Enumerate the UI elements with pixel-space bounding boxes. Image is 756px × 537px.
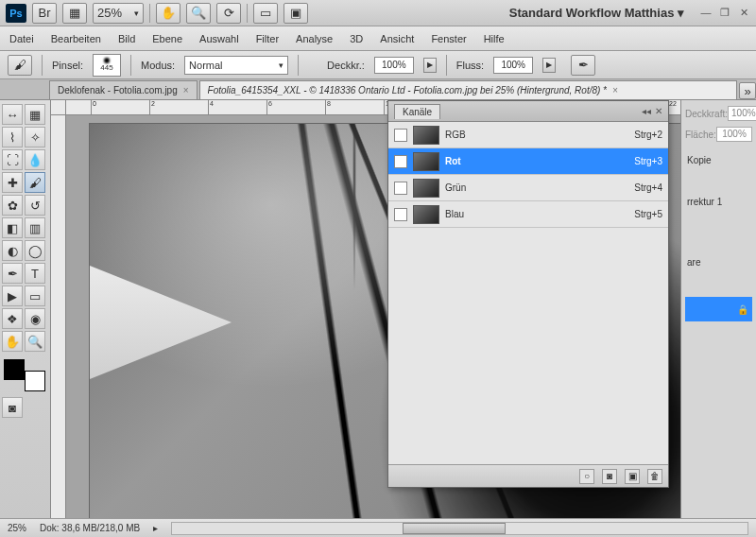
status-menu-chevron[interactable]: ▸ bbox=[153, 523, 158, 533]
layer-item-selected[interactable]: 🔒 bbox=[685, 297, 752, 321]
doc-tab-1[interactable]: Deklofenak - Fotolia.com.jpg × bbox=[49, 80, 198, 99]
menu-3d[interactable]: 3D bbox=[350, 33, 363, 44]
layer-item[interactable]: Kopie bbox=[685, 147, 752, 172]
lasso-tool[interactable]: ⌇ bbox=[2, 127, 23, 147]
tool-options-bar: 🖌 Pinsel: 445 Modus: Normal▾ Deckkr.: 10… bbox=[0, 51, 756, 79]
crop-tool[interactable]: ⛶ bbox=[2, 149, 23, 170]
3d-tool[interactable]: ❖ bbox=[2, 308, 23, 329]
type-tool[interactable]: T bbox=[25, 263, 45, 284]
layer-item[interactable]: rrektur 1 bbox=[685, 189, 752, 214]
rotate-view-button[interactable]: ⟳ bbox=[216, 3, 241, 24]
close-button[interactable]: ✕ bbox=[737, 7, 750, 19]
channel-row-rot[interactable]: 👁 Rot Strg+3 bbox=[388, 148, 668, 175]
wand-tool[interactable]: ✧ bbox=[25, 127, 45, 147]
scrollbar-thumb[interactable] bbox=[403, 523, 507, 534]
opacity-label: Deckkr.: bbox=[327, 60, 365, 71]
new-channel-button[interactable]: ▣ bbox=[625, 469, 640, 484]
screen-mode-button[interactable]: ▣ bbox=[284, 3, 308, 24]
pen-tool[interactable]: ✒ bbox=[2, 263, 23, 284]
status-zoom[interactable]: 25% bbox=[8, 523, 26, 533]
panel-collapse-icon[interactable]: ◂◂ bbox=[642, 106, 651, 116]
visibility-toggle[interactable] bbox=[394, 129, 407, 142]
brush-tool[interactable]: 🖌 bbox=[25, 172, 45, 193]
close-tab-icon[interactable]: × bbox=[612, 85, 618, 95]
close-tab-icon[interactable]: × bbox=[183, 85, 189, 95]
minimize-button[interactable]: — bbox=[699, 7, 713, 19]
load-selection-button[interactable]: ○ bbox=[579, 469, 594, 484]
channel-thumb bbox=[413, 126, 439, 145]
menu-hilfe[interactable]: Hilfe bbox=[484, 33, 505, 44]
zoom-combo[interactable]: 25%▾ bbox=[93, 3, 144, 24]
status-doc-size[interactable]: Dok: 38,6 MB/218,0 MB bbox=[40, 523, 140, 533]
stamp-tool[interactable]: ✿ bbox=[2, 195, 23, 216]
menu-auswahl[interactable]: Auswahl bbox=[199, 33, 239, 44]
save-selection-button[interactable]: ◙ bbox=[602, 469, 617, 484]
ruler-origin[interactable] bbox=[51, 100, 66, 115]
heal-tool[interactable]: ✚ bbox=[2, 172, 23, 193]
arrange-docs-button[interactable]: ▭ bbox=[253, 3, 278, 24]
opacity-scrubber[interactable]: ▶ bbox=[423, 58, 437, 73]
move-tool[interactable]: ↔ bbox=[2, 104, 23, 125]
tabs-overflow-button[interactable]: » bbox=[739, 82, 756, 99]
menu-datei[interactable]: Datei bbox=[9, 33, 34, 44]
layer-opacity-input[interactable]: 100% bbox=[728, 106, 756, 121]
dodge-tool[interactable]: ◯ bbox=[25, 240, 45, 261]
brush-size-value: 445 bbox=[100, 64, 112, 72]
opacity-input[interactable]: 100% bbox=[374, 57, 414, 74]
path-select-tool[interactable]: ▶ bbox=[2, 286, 23, 306]
layer-item[interactable]: are bbox=[685, 250, 752, 274]
blur-tool[interactable]: ◐ bbox=[2, 240, 23, 261]
color-swatches[interactable] bbox=[4, 359, 45, 391]
history-brush-tool[interactable]: ↺ bbox=[25, 195, 45, 216]
hand-tool[interactable]: ✋ bbox=[2, 331, 23, 352]
menu-ebene[interactable]: Ebene bbox=[152, 33, 182, 44]
3d-camera-tool[interactable]: ◉ bbox=[25, 308, 45, 329]
foreground-color[interactable] bbox=[4, 359, 25, 380]
eyedropper-tool[interactable]: 💧 bbox=[25, 149, 45, 170]
layer-fill-label: Fläche: bbox=[685, 130, 716, 140]
blend-mode-dropdown[interactable]: Normal▾ bbox=[184, 56, 288, 75]
view-extras-button[interactable]: ▦ bbox=[62, 3, 87, 24]
bridge-button[interactable]: Br bbox=[32, 3, 57, 24]
channel-row-rgb[interactable]: RGB Strg+2 bbox=[388, 122, 668, 148]
delete-channel-button[interactable]: 🗑 bbox=[647, 469, 662, 484]
restore-button[interactable]: ❐ bbox=[718, 7, 731, 19]
blend-mode-value: Normal bbox=[189, 60, 222, 71]
tool-preset-picker[interactable]: 🖌 bbox=[8, 55, 32, 76]
menu-bild[interactable]: Bild bbox=[118, 33, 135, 44]
hand-tool-button[interactable]: ✋ bbox=[156, 3, 180, 24]
menu-bearbeiten[interactable]: Bearbeiten bbox=[51, 33, 101, 44]
visibility-toggle[interactable]: 👁 bbox=[394, 155, 407, 168]
brush-preset-picker[interactable]: 445 bbox=[93, 54, 121, 77]
horizontal-scrollbar[interactable] bbox=[171, 522, 748, 535]
panel-tab-channels[interactable]: Kanäle bbox=[394, 104, 440, 119]
doc-tab-2[interactable]: Fotolia_6415354_XXL - © 1418336 Ontario … bbox=[199, 80, 737, 99]
ruler-vertical[interactable] bbox=[51, 115, 66, 518]
menu-analyse[interactable]: Analyse bbox=[296, 33, 333, 44]
document-tabs: Deklofenak - Fotolia.com.jpg × Fotolia_6… bbox=[0, 79, 756, 100]
selection-tool[interactable]: ▦ bbox=[25, 104, 45, 125]
shape-tool[interactable]: ▭ bbox=[25, 286, 45, 306]
menu-fenster[interactable]: Fenster bbox=[431, 33, 466, 44]
panel-header[interactable]: Kanäle ◂◂ ✕ bbox=[388, 101, 668, 122]
airbrush-toggle[interactable]: ✒ bbox=[571, 55, 595, 76]
zoom-tool[interactable]: 🔍 bbox=[25, 331, 45, 352]
quickmask-toggle[interactable]: ◙ bbox=[2, 397, 23, 418]
channel-row-gruen[interactable]: Grün Strg+4 bbox=[388, 175, 668, 201]
visibility-toggle[interactable] bbox=[394, 208, 407, 221]
zoom-tool-button[interactable]: 🔍 bbox=[186, 3, 211, 24]
gradient-tool[interactable]: ▥ bbox=[25, 217, 45, 238]
eraser-tool[interactable]: ◧ bbox=[2, 217, 23, 238]
channel-row-blau[interactable]: Blau Strg+5 bbox=[388, 201, 668, 228]
panel-close-icon[interactable]: ✕ bbox=[655, 106, 662, 116]
workspace-switcher[interactable]: Standard Workflow Matthias ▾ bbox=[509, 6, 684, 20]
menu-ansicht[interactable]: Ansicht bbox=[380, 33, 414, 44]
background-color[interactable] bbox=[25, 371, 45, 391]
visibility-toggle[interactable] bbox=[394, 182, 407, 195]
mode-label: Modus: bbox=[141, 60, 175, 71]
channel-thumb bbox=[413, 179, 439, 198]
flow-input[interactable]: 100% bbox=[493, 57, 533, 74]
layer-fill-input[interactable]: 100% bbox=[716, 127, 752, 142]
menu-filter[interactable]: Filter bbox=[256, 33, 279, 44]
flow-scrubber[interactable]: ▶ bbox=[542, 58, 556, 73]
